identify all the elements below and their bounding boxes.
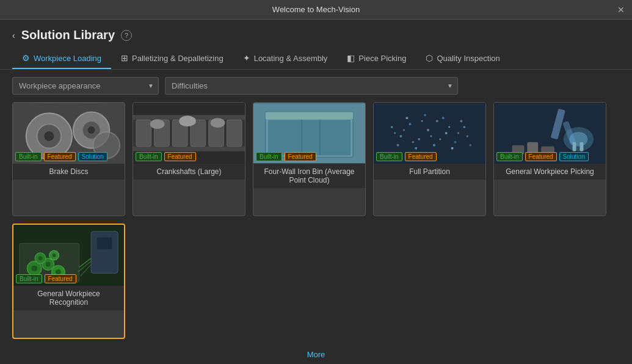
back-button[interactable]: ‹ [12, 31, 15, 40]
svg-point-41 [433, 144, 435, 147]
tabs-bar: ⚙ Workpiece Loading ⊞ Palletizing & Depa… [0, 42, 632, 70]
svg-point-44 [460, 120, 462, 122]
svg-point-31 [418, 138, 420, 140]
svg-point-46 [394, 133, 396, 134]
svg-point-28 [391, 126, 393, 128]
locating-icon: ✦ [243, 53, 250, 63]
close-button[interactable]: ✕ [616, 5, 626, 15]
solutions-grid: Built-in Featured Solution Brake Discs [0, 102, 632, 345]
card-full-partition[interactable]: Built-in Featured Full Partition [373, 102, 486, 216]
card-iron-bin-image: Built-in Featured [253, 103, 365, 164]
svg-rect-11 [133, 147, 245, 151]
card-brake-discs[interactable]: Built-in Featured Solution Brake Discs [12, 102, 125, 216]
card-crankshafts-label: Crankshafts (Large) [133, 164, 245, 180]
tab-piece-picking[interactable]: ◧ Piece Picking [337, 48, 416, 69]
svg-point-18 [150, 119, 165, 129]
card-general-recognition-badges: Built-in Featured [16, 274, 76, 283]
svg-point-36 [463, 126, 465, 128]
svg-point-35 [454, 141, 457, 144]
svg-point-52 [421, 120, 423, 122]
tab-palletizing[interactable]: ⊞ Palletizing & Depalletizing [111, 48, 233, 69]
svg-rect-78 [97, 238, 112, 250]
card-full-partition-label: Full Partition [374, 164, 485, 180]
svg-point-70 [46, 262, 51, 267]
difficulties-select[interactable]: Difficulties All Easy Medium Hard [165, 77, 458, 95]
card-iron-bin-badges: Built-in Featured [256, 152, 316, 161]
badge-featured: Featured [405, 152, 437, 161]
tab-workpiece-loading[interactable]: ⚙ Workpiece Loading [12, 48, 111, 69]
card-brake-discs-label: Brake Discs [13, 164, 125, 180]
svg-point-68 [31, 266, 37, 272]
card-general-recognition-label: General Workpiece Recognition [13, 286, 124, 310]
card-brake-discs-image: Built-in Featured Solution [13, 103, 125, 164]
badge-builtin: Built-in [256, 152, 282, 161]
svg-rect-63 [527, 142, 538, 153]
svg-point-54 [457, 133, 459, 134]
svg-point-51 [403, 129, 405, 131]
workpiece-appearance-wrapper: Workpiece appearance All Round Cylindric… [12, 77, 159, 95]
badge-builtin: Built-in [136, 152, 162, 161]
palletizing-icon: ⊞ [121, 53, 128, 63]
svg-point-19 [179, 115, 196, 126]
help-button[interactable]: ? [121, 30, 132, 41]
badge-featured: Featured [44, 152, 76, 161]
svg-rect-23 [266, 112, 353, 119]
svg-point-32 [427, 129, 429, 131]
svg-point-45 [469, 144, 471, 147]
card-iron-bin[interactable]: Built-in Featured Four-Wall Iron Bin (Av… [253, 102, 366, 216]
more-link[interactable]: More [0, 345, 632, 364]
card-general-recognition[interactable]: Built-in Featured General Workpiece Reco… [12, 224, 125, 339]
svg-point-39 [415, 147, 417, 150]
badge-solution: Solution [559, 152, 589, 161]
card-full-partition-badges: Built-in Featured [376, 152, 437, 161]
difficulties-wrapper: Difficulties All Easy Medium Hard ▼ [165, 77, 458, 95]
svg-rect-17 [227, 120, 242, 147]
piece-picking-icon: ◧ [347, 53, 355, 63]
page-title: Solution Library [21, 28, 115, 42]
svg-point-40 [424, 114, 426, 116]
svg-point-33 [436, 120, 438, 122]
window-title: Welcome to Mech-Vision [272, 5, 360, 14]
svg-rect-60 [573, 142, 576, 151]
svg-rect-12 [136, 120, 151, 147]
badge-builtin: Built-in [16, 274, 42, 283]
svg-point-29 [400, 135, 402, 137]
tab-quality-label: Quality Inspection [437, 54, 499, 63]
svg-point-30 [409, 123, 411, 125]
svg-point-74 [38, 256, 43, 260]
badge-builtin: Built-in [15, 152, 42, 161]
filters-bar: Workpiece appearance All Round Cylindric… [0, 70, 632, 102]
svg-point-48 [430, 135, 432, 137]
svg-point-59 [570, 132, 588, 147]
svg-rect-24 [268, 120, 351, 155]
svg-point-37 [397, 144, 399, 147]
tab-locating-assembly[interactable]: ✦ Locating & Assembly [233, 48, 338, 69]
svg-point-20 [211, 118, 225, 128]
card-general-picking-badges: Built-in Featured Solution [496, 152, 589, 161]
tab-palletizing-label: Palletizing & Depalletizing [132, 54, 223, 63]
badge-featured: Featured [164, 152, 196, 161]
svg-rect-61 [579, 142, 583, 151]
header: ‹ Solution Library ? [0, 20, 632, 42]
svg-point-50 [467, 135, 468, 137]
workpiece-appearance-select[interactable]: Workpiece appearance All Round Cylindric… [12, 77, 159, 95]
card-general-picking-image: Built-in Featured Solution [494, 103, 606, 164]
card-iron-bin-label: Four-Wall Iron Bin (Average Point Cloud) [253, 164, 365, 188]
card-general-recognition-image: Built-in Featured [13, 225, 124, 286]
badge-featured: Featured [525, 152, 557, 161]
badge-featured: Featured [45, 274, 76, 283]
main-content: ‹ Solution Library ? ⚙ Workpiece Loading… [0, 20, 632, 364]
title-bar: Welcome to Mech-Vision ✕ [0, 0, 632, 20]
badge-builtin: Built-in [376, 152, 402, 161]
card-crankshafts-image: Built-in Featured [133, 103, 245, 164]
tab-locating-label: Locating & Assembly [254, 54, 328, 63]
quality-icon: ⬡ [426, 53, 433, 63]
svg-point-49 [448, 126, 450, 128]
svg-point-34 [445, 132, 448, 134]
svg-point-38 [405, 117, 408, 119]
card-crankshafts[interactable]: Built-in Featured Crankshafts (Large) [133, 102, 245, 216]
svg-point-53 [439, 138, 441, 140]
svg-point-6 [88, 126, 95, 134]
tab-quality-inspection[interactable]: ⬡ Quality Inspection [416, 48, 509, 69]
card-general-picking[interactable]: Built-in Featured Solution General Workp… [493, 102, 606, 216]
